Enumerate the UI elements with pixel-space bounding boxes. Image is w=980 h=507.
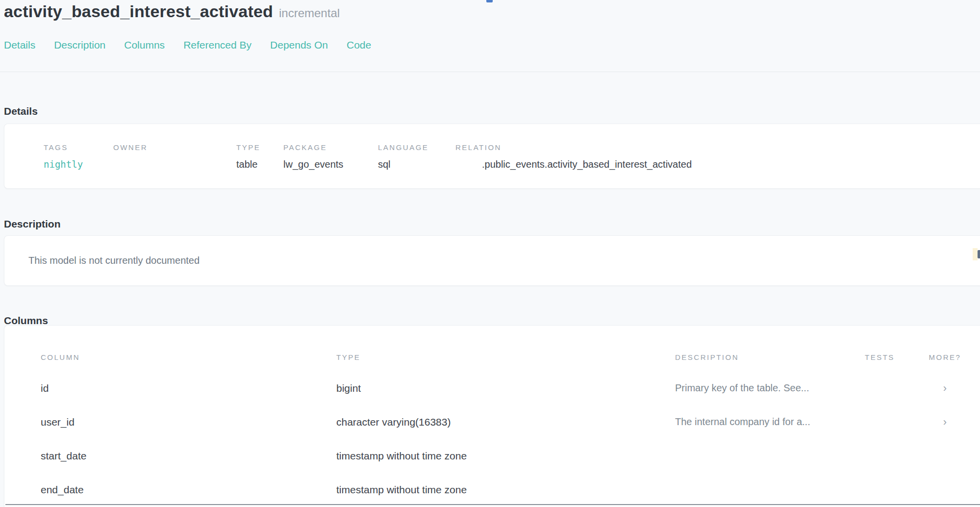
field-tags-label: TAGS [44,144,113,151]
model-docs-page: activity_based_interest_activatedincreme… [0,0,980,507]
description-card: This model is not currently documented [4,235,980,286]
field-language-label: LANGUAGE [378,144,455,151]
cell-column-type: timestamp without time zone [336,484,675,496]
header-type: TYPE [336,354,675,361]
tab-details[interactable]: Details [4,39,35,51]
field-tags: TAGS nightly [44,144,113,170]
cell-column-description: Primary key of the table. See... [675,382,865,394]
field-owner-value [113,159,236,170]
tab-depends-on[interactable]: Depends On [270,39,328,51]
field-relation: RELATION .public_events.activity_based_i… [455,144,980,170]
tab-referenced-by[interactable]: Referenced By [183,39,251,51]
materialization-badge: incremental [279,6,340,20]
field-type-label: TYPE [236,144,283,151]
cell-column-type: bigint [336,382,675,394]
field-package-value: lw_go_events [283,159,378,170]
field-relation-value: .public_events.activity_based_interest_a… [455,159,980,170]
cropped-edge-element-fragment [978,250,980,258]
columns-card: COLUMN TYPE DESCRIPTION TESTS MORE? id b… [4,325,980,507]
cell-column-name: id [41,382,336,394]
cell-column-description: The internal company id for a... [675,416,865,428]
row-divider-line [5,504,980,505]
field-package: PACKAGE lw_go_events [283,144,378,170]
cell-column-name: start_date [41,450,336,462]
field-owner-label: OWNER [113,144,236,151]
field-language-value: sql [378,159,455,170]
cell-column-name: end_date [41,484,336,496]
description-placeholder-text: This model is not currently documented [28,255,200,266]
header-tests: TESTS [865,354,926,361]
field-relation-label: RELATION [455,144,980,151]
tab-columns[interactable]: Columns [124,39,165,51]
field-type-value: table [236,159,283,170]
cropped-top-element-fragment [486,0,493,2]
details-card: TAGS nightly OWNER TYPE table PACKAGE lw… [4,124,980,189]
cell-column-type: character varying(16383) [336,416,675,428]
header-more: MORE? [926,354,964,361]
header-divider [0,72,980,72]
table-row-user-id[interactable]: user_id character varying(16383) The int… [4,405,980,439]
cell-column-name: user_id [41,416,336,428]
table-row-id[interactable]: id bigint Primary key of the table. See.… [4,371,980,405]
cell-column-type: timestamp without time zone [336,450,675,462]
table-row-start-date[interactable]: start_date timestamp without time zone [4,439,980,473]
field-package-label: PACKAGE [283,144,378,151]
field-type: TYPE table [236,144,283,170]
columns-table-header: COLUMN TYPE DESCRIPTION TESTS MORE? [4,326,980,361]
field-language: LANGUAGE sql [378,144,455,170]
chevron-right-icon[interactable]: › [943,416,947,428]
field-owner: OWNER [113,144,236,170]
cropped-edge-element-fragment [973,248,978,260]
tag-link-nightly[interactable]: nightly [44,159,83,170]
details-fields: TAGS nightly OWNER TYPE table PACKAGE lw… [4,124,980,170]
details-section-heading: Details [4,105,38,117]
chevron-right-icon[interactable]: › [943,382,947,394]
header-column: COLUMN [41,354,336,361]
tab-code[interactable]: Code [347,39,371,51]
page-header: activity_based_interest_activatedincreme… [4,2,340,21]
section-nav: Details Description Columns Referenced B… [4,39,371,51]
page-title: activity_based_interest_activated [4,2,273,21]
tab-description[interactable]: Description [54,39,105,51]
description-section-heading: Description [4,218,61,230]
table-row-end-date[interactable]: end_date timestamp without time zone [4,473,980,507]
header-description: DESCRIPTION [675,354,865,361]
